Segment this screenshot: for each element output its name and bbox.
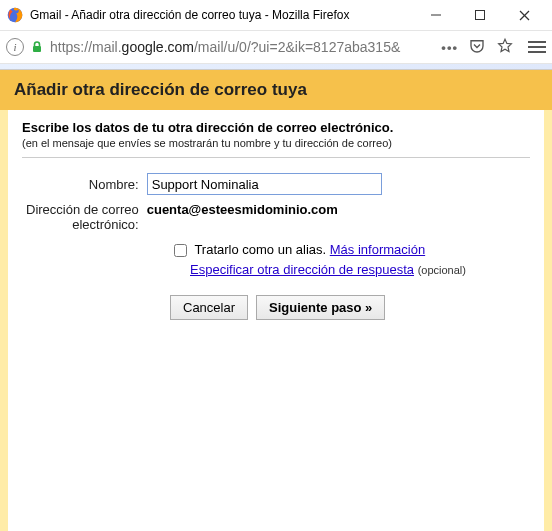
titlebar: Gmail - Añadir otra dirección de correo … (0, 0, 552, 30)
optional-label: (opcional) (418, 264, 466, 276)
pocket-icon[interactable] (468, 37, 486, 58)
form-table: Nombre: Dirección de correo electrónico:… (22, 170, 386, 235)
url-prefix: https://mail. (50, 39, 122, 55)
firefox-icon (6, 6, 24, 24)
window-title: Gmail - Añadir otra dirección de correo … (30, 8, 414, 22)
name-label: Nombre: (22, 170, 143, 198)
reply-address-link[interactable]: Especificar otra dirección de respuesta (190, 262, 414, 277)
urlbar: i https://mail.google.com/mail/u/0/?ui=2… (0, 30, 552, 64)
urlbar-actions: ••• (441, 37, 514, 58)
maximize-button[interactable] (458, 1, 502, 29)
email-value: cuenta@esteesmidominio.com (147, 202, 338, 217)
hamburger-menu-icon[interactable] (528, 41, 546, 53)
overflow-dots-icon[interactable]: ••• (441, 40, 458, 55)
more-info-link[interactable]: Más información (330, 242, 425, 257)
dialog-header: Añadir otra dirección de correo tuya (0, 70, 552, 110)
dialog-title: Añadir otra dirección de correo tuya (14, 80, 538, 100)
email-label-line1: Dirección de correo (26, 202, 139, 217)
minimize-button[interactable] (414, 1, 458, 29)
window-controls (414, 1, 546, 29)
svg-rect-2 (476, 11, 485, 20)
url-path: /mail/u/0/?ui=2&ik=8127aba315& (194, 39, 400, 55)
dialog-body: Escribe los datos de tu otra dirección d… (8, 110, 544, 531)
name-input[interactable] (147, 173, 382, 195)
divider (22, 157, 530, 158)
close-button[interactable] (502, 1, 546, 29)
cancel-button[interactable]: Cancelar (170, 295, 248, 320)
bookmark-star-icon[interactable] (496, 37, 514, 58)
alias-row: Tratarlo como un alias. Más información (170, 241, 530, 260)
reply-row: Especificar otra dirección de respuesta … (190, 262, 530, 277)
url-host: google.com (122, 39, 194, 55)
email-label-line2: electrónico: (72, 217, 138, 232)
instructions-subtitle: (en el mensaje que envíes se mostrarán t… (22, 137, 530, 149)
alias-checkbox[interactable] (174, 244, 187, 257)
url-text[interactable]: https://mail.google.com/mail/u/0/?ui=2&i… (50, 39, 435, 55)
instructions-title: Escribe los datos de tu otra dirección d… (22, 120, 530, 135)
svg-rect-5 (33, 46, 41, 52)
alias-label: Tratarlo como un alias. (194, 242, 326, 257)
lock-icon (30, 40, 44, 54)
dialog-body-wrap: Escribe los datos de tu otra dirección d… (0, 110, 552, 531)
button-row: Cancelar Siguiente paso » (170, 295, 530, 320)
site-info-icon[interactable]: i (6, 38, 24, 56)
next-step-button[interactable]: Siguiente paso » (256, 295, 385, 320)
